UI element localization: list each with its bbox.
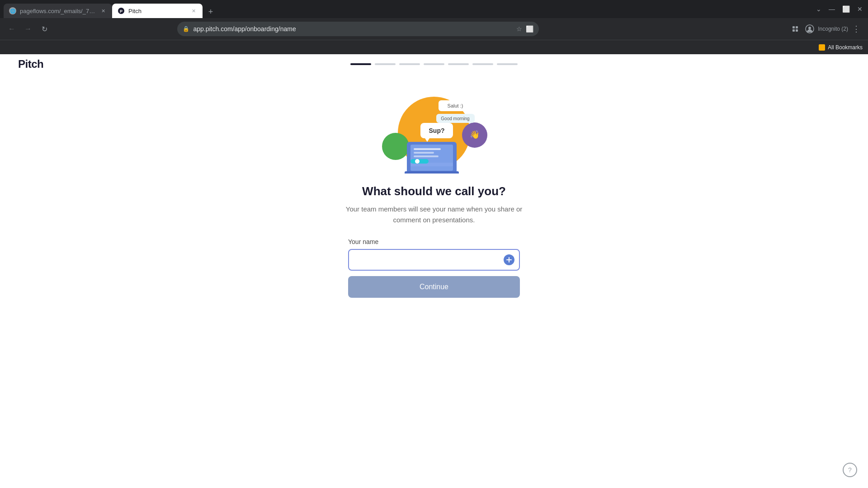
bookmarks-folder-icon [819,44,825,51]
browser-chrome: 🌐 pageflows.com/_emails/_7fb5... ✕ P Pit… [0,0,868,54]
browser-toolbar: ← → ↻ 🔒 app.pitch.com/app/onboarding/nam… [0,18,868,40]
main-content: Sup? Salut :) Good morning 👋 What should… [0,74,868,298]
logo: Pitch [18,58,43,70]
chevron-down-icon[interactable]: ⌄ [814,4,823,14]
profile-label: Incognito (2) [818,26,848,32]
progress-step-6 [472,63,493,65]
bookmarks-bar: All Bookmarks [0,40,868,54]
subtext-line2: comment on presentations. [393,216,475,224]
cursor-icon [504,254,514,265]
tab-pageflows[interactable]: 🌐 pageflows.com/_emails/_7fb5... ✕ [4,4,112,18]
bookmarks-section: All Bookmarks [819,44,863,51]
lock-icon: 🔒 [183,26,189,32]
progress-step-4 [424,63,444,65]
reader-icon[interactable]: ⬜ [526,25,533,33]
name-input[interactable] [348,249,520,271]
svg-point-7 [808,27,811,29]
svg-rect-5 [796,29,798,32]
svg-rect-16 [414,155,439,157]
svg-text:Salut :): Salut :) [448,103,463,108]
page-content: Pitch [0,54,868,488]
continue-button[interactable]: Continue [348,276,520,298]
extensions-icon[interactable] [789,23,802,35]
name-form: Your name Continue [348,238,520,298]
svg-rect-15 [414,152,434,154]
svg-point-9 [382,133,409,160]
browser-titlebar: 🌐 pageflows.com/_emails/_7fb5... ✕ P Pit… [0,0,868,18]
progress-step-1 [350,63,371,65]
tab-title-pageflows: pageflows.com/_emails/_7fb5... [20,8,96,14]
page-subtext: Your team members will see your name whe… [346,204,522,225]
illustration-svg: Sup? Salut :) Good morning 👋 [380,92,488,174]
svg-text:Good morning: Good morning [441,116,469,121]
name-label: Your name [348,238,520,245]
all-bookmarks-label[interactable]: All Bookmarks [828,44,863,51]
svg-text:Sup?: Sup? [429,127,445,134]
more-options-button[interactable]: ⋮ [850,23,863,35]
address-text: app.pitch.com/app/onboarding/name [193,25,513,33]
illustration: Sup? Salut :) Good morning 👋 [380,92,488,174]
page-heading: What should we call you? [362,184,506,198]
tab-group: 🌐 pageflows.com/_emails/_7fb5... ✕ P Pit… [4,0,812,18]
star-icon[interactable]: ☆ [516,25,522,33]
tab-favicon-pageflows: 🌐 [9,7,16,14]
help-button[interactable]: ? [843,463,857,477]
tab-favicon-pitch: P [118,7,125,14]
progress-steps [350,63,518,65]
new-tab-button[interactable]: + [204,5,217,18]
tab-pitch[interactable]: P Pitch ✕ [112,4,203,18]
help-icon-label: ? [848,466,852,474]
name-input-wrapper [348,249,520,271]
progress-step-2 [375,63,396,65]
tab-close-pitch[interactable]: ✕ [190,7,197,14]
maximize-button[interactable]: ⬜ [840,4,852,14]
svg-rect-12 [405,171,459,174]
svg-text:P: P [120,9,123,14]
back-button[interactable]: ← [5,23,18,35]
minimize-button[interactable]: — [827,4,837,14]
forward-button[interactable]: → [22,23,34,35]
progress-step-3 [399,63,420,65]
tab-close-pageflows[interactable]: ✕ [99,7,107,14]
svg-text:👋: 👋 [470,130,480,140]
reload-button[interactable]: ↻ [38,23,51,35]
page-header: Pitch [0,54,868,74]
close-button[interactable]: ✕ [855,4,864,14]
subtext-line1: Your team members will see your name whe… [346,205,522,213]
svg-rect-14 [414,148,441,150]
svg-rect-4 [793,29,795,32]
svg-rect-3 [796,26,798,28]
svg-point-27 [415,159,420,164]
svg-rect-2 [793,26,795,28]
tab-title-pitch: Pitch [128,8,186,14]
window-controls: ⌄ — ⬜ ✕ [814,4,864,14]
progress-step-5 [448,63,469,65]
profile-button[interactable] [803,23,816,35]
progress-step-7 [497,63,518,65]
address-bar[interactable]: 🔒 app.pitch.com/app/onboarding/name ☆ ⬜ [177,22,539,36]
toolbar-right: Incognito (2) ⋮ [789,23,863,35]
